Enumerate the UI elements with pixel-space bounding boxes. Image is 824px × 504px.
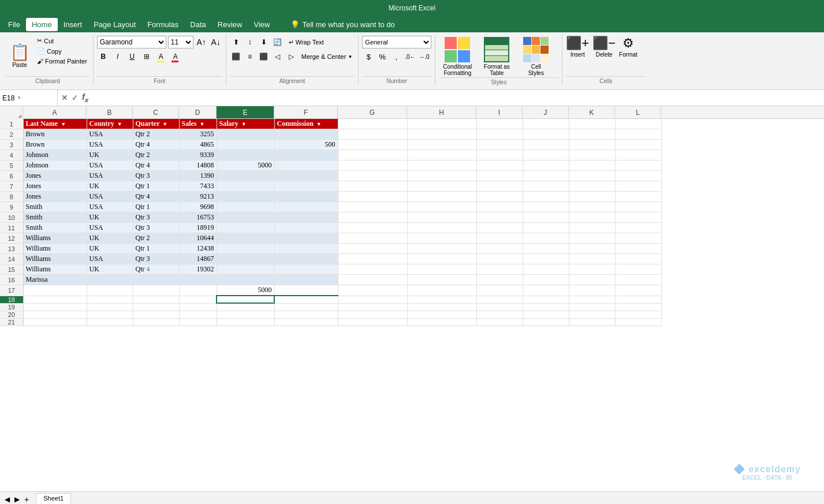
align-right-btn[interactable]: ⬛ xyxy=(258,50,270,63)
cell-K9[interactable] xyxy=(569,202,615,212)
cell-G5[interactable] xyxy=(338,160,407,171)
row-header-16[interactable]: 16 xyxy=(0,275,23,285)
align-left-btn[interactable]: ⬛ xyxy=(230,50,243,63)
cell-H5[interactable] xyxy=(407,160,476,171)
cell-G3[interactable] xyxy=(338,140,407,150)
cell-B18[interactable] xyxy=(87,296,133,303)
cell-B8[interactable]: USA xyxy=(87,192,133,202)
cell-E20[interactable] xyxy=(217,311,274,318)
cell-L3[interactable] xyxy=(615,140,661,150)
cell-J1[interactable] xyxy=(523,119,569,129)
cell-E1[interactable]: Salary ▼ xyxy=(217,119,274,129)
cell-C15[interactable]: Qtr 4 xyxy=(133,264,179,275)
cell-G10[interactable] xyxy=(338,212,407,223)
cell-H2[interactable] xyxy=(407,129,476,140)
cell-B20[interactable] xyxy=(87,311,133,318)
cell-A17[interactable] xyxy=(23,285,87,296)
cell-J13[interactable] xyxy=(523,244,569,254)
filter-arrow-B1[interactable]: ▼ xyxy=(117,121,122,127)
cell-D1[interactable]: Sales ▼ xyxy=(179,119,217,129)
cell-F11[interactable] xyxy=(274,223,338,233)
row-header-19[interactable]: 19 xyxy=(0,303,23,311)
cell-J12[interactable] xyxy=(523,233,569,244)
formula-input[interactable] xyxy=(92,94,824,102)
merge-center-button[interactable]: Merge & Center xyxy=(299,52,355,61)
cell-A7[interactable]: Jones xyxy=(23,181,87,192)
cell-G20[interactable] xyxy=(338,311,407,318)
increase-font-btn[interactable]: A↑ xyxy=(195,36,208,48)
cell-B14[interactable]: USA xyxy=(87,254,133,264)
cell-C9[interactable]: Qtr 1 xyxy=(133,202,179,212)
menu-file[interactable]: File xyxy=(2,18,26,31)
menu-formulas[interactable]: Formulas xyxy=(141,18,184,31)
cell-G12[interactable] xyxy=(338,233,407,244)
cell-E4[interactable] xyxy=(217,150,274,160)
cell-B10[interactable]: UK xyxy=(87,212,133,223)
cell-E12[interactable] xyxy=(217,233,274,244)
row-header-18[interactable]: 18 xyxy=(0,296,23,303)
cell-F19[interactable] xyxy=(274,303,338,311)
cell-F21[interactable] xyxy=(274,318,338,326)
cell-H14[interactable] xyxy=(407,254,476,264)
cell-A6[interactable]: Jones xyxy=(23,171,87,181)
delete-button[interactable]: Delete xyxy=(596,51,613,58)
cell-K20[interactable] xyxy=(569,311,615,318)
align-top-btn[interactable]: ⬆ xyxy=(230,36,243,48)
cell-K14[interactable] xyxy=(569,254,615,264)
menu-page-layout[interactable]: Page Layout xyxy=(88,18,141,31)
sheet-nav-next[interactable]: ▶ xyxy=(12,495,22,503)
cell-I14[interactable] xyxy=(476,254,523,264)
cell-C13[interactable]: Qtr 1 xyxy=(133,244,179,254)
cell-I9[interactable] xyxy=(476,202,523,212)
cell-A11[interactable]: Smith xyxy=(23,223,87,233)
row-header-13[interactable]: 13 xyxy=(0,244,23,254)
menu-data[interactable]: Data xyxy=(184,18,211,31)
cell-D18[interactable] xyxy=(179,296,217,303)
cell-H20[interactable] xyxy=(407,311,476,318)
cell-J20[interactable] xyxy=(523,311,569,318)
cell-B15[interactable]: UK xyxy=(87,264,133,275)
cell-A12[interactable]: Williams xyxy=(23,233,87,244)
cell-D2[interactable]: 3255 xyxy=(179,129,217,140)
cell-E11[interactable] xyxy=(217,223,274,233)
cell-J6[interactable] xyxy=(523,171,569,181)
col-header-F[interactable]: F xyxy=(274,106,338,118)
cell-G17[interactable] xyxy=(338,285,407,296)
sheet-tab-sheet1[interactable]: Sheet1 xyxy=(36,493,71,504)
cell-A20[interactable] xyxy=(23,311,87,318)
menu-view[interactable]: View xyxy=(248,18,275,31)
cancel-formula-btn[interactable]: ✕ xyxy=(61,93,68,102)
paste-button[interactable]: 📋 Paste xyxy=(6,36,33,76)
decrease-indent-btn[interactable]: ◁ xyxy=(271,50,284,63)
col-header-D[interactable]: D xyxy=(179,106,217,118)
cell-H17[interactable] xyxy=(407,285,476,296)
cell-C20[interactable] xyxy=(133,311,179,318)
cell-D19[interactable] xyxy=(179,303,217,311)
cell-H9[interactable] xyxy=(407,202,476,212)
cell-L7[interactable] xyxy=(615,181,661,192)
cell-F9[interactable] xyxy=(274,202,338,212)
font-color-button[interactable]: A xyxy=(169,50,182,63)
row-header-17[interactable]: 17 xyxy=(0,285,23,296)
cell-J21[interactable] xyxy=(523,318,569,326)
cell-L14[interactable] xyxy=(615,254,661,264)
menu-insert[interactable]: Insert xyxy=(58,18,88,31)
cell-L16[interactable] xyxy=(615,275,661,285)
cell-L12[interactable] xyxy=(615,233,661,244)
cell-K19[interactable] xyxy=(569,303,615,311)
cell-L8[interactable] xyxy=(615,192,661,202)
cell-I4[interactable] xyxy=(476,150,523,160)
cell-E3[interactable] xyxy=(217,140,274,150)
cell-G13[interactable] xyxy=(338,244,407,254)
cell-D13[interactable]: 12438 xyxy=(179,244,217,254)
name-box[interactable]: E18 ▼ xyxy=(0,90,58,106)
cell-J3[interactable] xyxy=(523,140,569,150)
cell-E19[interactable] xyxy=(217,303,274,311)
cell-K17[interactable] xyxy=(569,285,615,296)
cell-G21[interactable] xyxy=(338,318,407,326)
cell-E10[interactable] xyxy=(217,212,274,223)
cell-C19[interactable] xyxy=(133,303,179,311)
cell-F15[interactable] xyxy=(274,264,338,275)
cell-L17[interactable] xyxy=(615,285,661,296)
cell-C2[interactable]: Qtr 2 xyxy=(133,129,179,140)
